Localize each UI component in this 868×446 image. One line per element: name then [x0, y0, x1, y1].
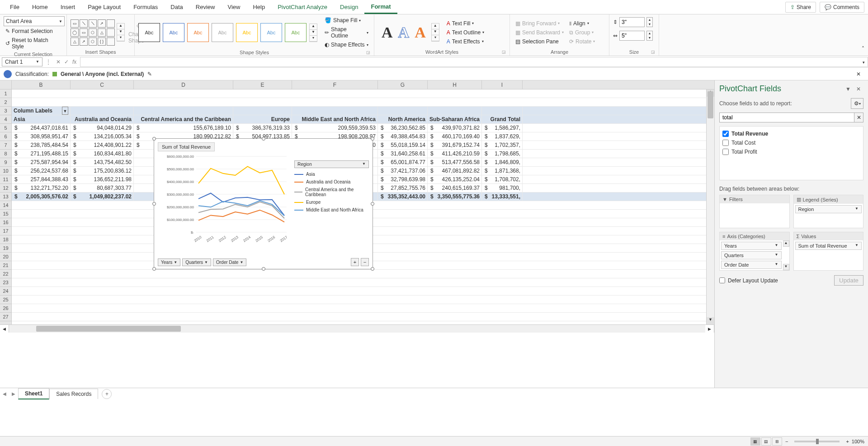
selection-pane-button[interactable]: ▤Selection Pane [514, 38, 566, 46]
cell[interactable]: $155,676,189.10 [134, 124, 233, 132]
filters-area[interactable]: ▼Filters [719, 195, 790, 228]
spreadsheet-grid[interactable]: BCDEFGHI 1234567891011121314151617181920… [0, 80, 714, 388]
cell[interactable] [482, 107, 523, 115]
horizontal-scrollbar[interactable]: ◀ ▶ [0, 324, 714, 333]
column-header[interactable]: I [482, 80, 523, 89]
close-classification-icon[interactable]: ✕ [853, 71, 864, 77]
cell[interactable]: $143,754,482.50 [71, 158, 134, 166]
shape-gallery[interactable]: ▭＼＼↗ ◯▭⬡△ △↗⬡{ } [71, 19, 115, 46]
shape-fill-button[interactable]: 🪣Shape Fill ▾ [323, 16, 370, 24]
sheet-nav-next[interactable]: ▶ [9, 391, 18, 396]
text-effects-button[interactable]: AText Effects ▾ [445, 38, 486, 46]
vscroll-thumb[interactable] [708, 91, 713, 118]
cell[interactable]: $386,376,319.33 [233, 124, 292, 132]
height-input[interactable] [619, 17, 645, 27]
cell[interactable]: $238,785,484.54 [12, 141, 71, 149]
tab-formulas[interactable]: Formulas [127, 1, 164, 13]
vertical-scrollbar[interactable]: ▲ ▼ [706, 89, 714, 324]
axis-scroll-down[interactable]: ▼ [783, 264, 789, 270]
row-header[interactable]: 24 [0, 287, 11, 296]
cancel-formula-icon[interactable]: ✕ [56, 59, 61, 65]
shape-style-5[interactable]: Abc [236, 23, 258, 42]
cell[interactable]: $175,200,836.12 [71, 167, 134, 175]
cell[interactable]: $271,195,488.15 [12, 150, 71, 158]
edit-classification-icon[interactable]: ✎ [147, 71, 152, 77]
cell[interactable]: $13,333,551, [482, 192, 523, 201]
shape-style-6[interactable]: Abc [260, 23, 282, 42]
shape-style-7[interactable]: Abc [285, 23, 307, 42]
cell[interactable]: Middle East and North Africa [292, 115, 378, 123]
cell[interactable]: $411,426,210.59 [428, 150, 482, 158]
axis-item[interactable]: Quarters▼ [721, 251, 782, 259]
column-header[interactable]: C [71, 80, 134, 89]
chart-orderdate-filter[interactable]: Order Date▼ [213, 258, 246, 266]
row-header[interactable]: 25 [0, 296, 11, 304]
fields-settings-button[interactable]: ⚙▾ [851, 98, 863, 109]
axis-item[interactable]: Years▼ [721, 242, 782, 250]
cell[interactable]: $308,958,951.47 [12, 132, 71, 141]
cell[interactable]: $36,230,562.85 [378, 124, 428, 132]
cell[interactable]: $132,271,752.20 [12, 184, 71, 192]
formula-input[interactable] [80, 57, 860, 67]
normal-view-button[interactable]: ▦ [750, 437, 760, 446]
column-header[interactable]: H [428, 80, 482, 89]
select-all-corner[interactable] [0, 80, 12, 89]
axis-item[interactable]: Order Date▼ [721, 261, 782, 269]
shape-style-1[interactable]: Abc [138, 23, 160, 42]
share-button[interactable]: ⇪Share [785, 2, 816, 13]
cell[interactable]: $37,421,737.06 [378, 167, 428, 175]
cell[interactable]: $1,871,368, [482, 167, 523, 175]
shape-effects-button[interactable]: ◐Shape Effects ▾ [323, 41, 370, 49]
shape-gallery-more[interactable]: ▲▼▾ [117, 23, 125, 42]
row-header[interactable]: 1 [0, 89, 11, 98]
sheet-nav-prev[interactable]: ◀ [0, 391, 9, 396]
row-header[interactable]: 6 [0, 132, 11, 141]
column-header[interactable]: B [12, 80, 71, 89]
cell[interactable]: Grand Total [482, 115, 523, 123]
cell[interactable]: $467,081,892.82 [428, 167, 482, 175]
zoom-in-button[interactable]: + [846, 439, 849, 444]
cell[interactable] [378, 107, 428, 115]
update-button[interactable]: Update [834, 275, 863, 286]
tab-pivotchart-analyze[interactable]: PivotChart Analyze [271, 1, 334, 13]
zoom-level[interactable]: 100% [852, 439, 864, 444]
tab-home[interactable]: Home [26, 1, 54, 13]
sheet-tab-sheet1[interactable]: Sheet1 [18, 388, 49, 399]
cell[interactable]: $513,477,556.58 [428, 158, 482, 166]
chart-years-filter[interactable]: Years▼ [158, 258, 180, 266]
shape-style-4[interactable]: Abc [212, 23, 233, 42]
row-header[interactable]: 10 [0, 167, 11, 175]
cell[interactable]: $31,640,258.61 [378, 150, 428, 158]
column-header[interactable]: E [233, 80, 292, 89]
legend-item[interactable]: Australia and Oceania [294, 179, 369, 184]
reset-style-button[interactable]: ↺Reset to Match Style [4, 36, 63, 51]
align-button[interactable]: ⫴Align ▾ [567, 19, 597, 28]
width-input[interactable] [619, 31, 645, 41]
wordart-style-2[interactable]: A [398, 24, 410, 41]
fields-search-input[interactable] [719, 113, 854, 122]
cell[interactable]: Asia [12, 115, 71, 123]
text-fill-button[interactable]: AText Fill ▾ [445, 19, 486, 28]
row-header[interactable]: 11 [0, 175, 11, 184]
cell[interactable]: Europe [233, 115, 292, 123]
cell[interactable] [71, 107, 134, 115]
row-header[interactable]: 8 [0, 150, 11, 158]
cell[interactable]: $1,846,809, [482, 158, 523, 166]
height-spinner[interactable]: ▲▼ [646, 17, 653, 27]
cell[interactable]: Sub-Saharan Africa [428, 115, 482, 123]
row-header[interactable]: 27 [0, 313, 11, 321]
tab-design[interactable]: Design [334, 1, 364, 13]
column-header[interactable]: F [292, 80, 378, 89]
cell[interactable] [233, 107, 292, 115]
tab-data[interactable]: Data [164, 1, 189, 13]
column-header[interactable]: D [134, 80, 233, 89]
cell[interactable]: $134,216,005.34 [71, 132, 134, 141]
shape-styles-dialog[interactable]: ◲ [366, 50, 370, 55]
row-header[interactable]: 17 [0, 227, 11, 235]
shape-style-more[interactable]: ▲▼▾ [309, 23, 317, 42]
row-header[interactable]: 12 [0, 184, 11, 192]
cell[interactable]: $391,679,152.74 [428, 141, 482, 149]
cell[interactable]: $426,135,252.04 [428, 175, 482, 183]
cell[interactable]: $256,224,537.68 [12, 167, 71, 175]
name-box[interactable]: Chart 1▼ [2, 57, 42, 66]
